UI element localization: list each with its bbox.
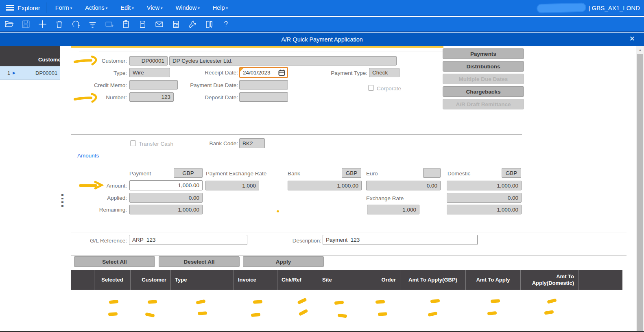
receipt-date-label: Receipt Date: bbox=[183, 70, 238, 76]
corporate-label: Corporate bbox=[377, 85, 401, 92]
deposit-date-field bbox=[239, 92, 288, 102]
receipt-date-field[interactable]: 24/01/2023 bbox=[239, 67, 288, 78]
bank-code-label: Bank Code: bbox=[183, 140, 238, 146]
multiple-due-dates-button: Multiple Due Dates bbox=[443, 74, 524, 84]
chevron-down-icon: ▾ bbox=[198, 6, 200, 10]
activities-icon[interactable] bbox=[171, 19, 181, 29]
row-number-cell[interactable]: 1▶ bbox=[0, 66, 23, 79]
marker-dash bbox=[378, 312, 388, 316]
applied-payment-field: 0.00 bbox=[129, 193, 203, 203]
window-title-bar: A/R Quick Payment Application ✕ bbox=[0, 33, 644, 46]
open-folder-icon[interactable] bbox=[4, 19, 14, 29]
credit-memo-field bbox=[129, 80, 178, 90]
menu-window[interactable]: Window▾ bbox=[169, 4, 206, 11]
corporate-checkbox[interactable] bbox=[368, 85, 374, 91]
payment-column-label: Payment bbox=[129, 170, 151, 177]
scroll-up-icon[interactable]: ▲ bbox=[636, 46, 644, 54]
pane-splitter-handle[interactable] bbox=[61, 194, 63, 209]
apply-button[interactable]: Apply bbox=[243, 256, 324, 267]
modified-corner-marker bbox=[240, 68, 244, 72]
divider bbox=[71, 163, 522, 163]
details-icon[interactable] bbox=[138, 19, 147, 29]
documentation-icon[interactable] bbox=[204, 19, 214, 29]
amounts-section-link[interactable]: Amounts bbox=[77, 153, 99, 159]
domestic-column-label: Domestic bbox=[448, 170, 470, 177]
euro-currency-badge bbox=[423, 168, 441, 178]
mail-icon[interactable] bbox=[154, 19, 164, 29]
divider bbox=[71, 255, 627, 256]
menu-help[interactable]: Help▾ bbox=[206, 4, 234, 11]
select-all-button[interactable]: Select All bbox=[74, 256, 155, 267]
menu-form[interactable]: Form▾ bbox=[49, 4, 79, 11]
calendar-icon[interactable] bbox=[278, 69, 285, 76]
explorer-menu[interactable]: Explorer bbox=[0, 2, 46, 13]
euro-exchange-rate-field: 1.000 bbox=[367, 205, 419, 214]
customer-number-field: DP00001 bbox=[129, 56, 168, 66]
new-window-icon bbox=[104, 19, 114, 29]
marker-dash bbox=[491, 299, 500, 303]
redacted-username bbox=[537, 3, 585, 12]
description-input[interactable] bbox=[323, 235, 478, 245]
marker-dash bbox=[108, 312, 118, 316]
environment-label: | GBS_AX1_LOND bbox=[589, 4, 640, 11]
chevron-down-icon: ▾ bbox=[161, 6, 163, 10]
marker-dash bbox=[198, 311, 207, 315]
domestic-amount-field: 1,000.00 bbox=[447, 181, 522, 190]
column-header-blank bbox=[71, 270, 94, 290]
save-icon bbox=[21, 19, 31, 29]
close-icon[interactable]: ✕ bbox=[629, 35, 635, 43]
refresh-icon[interactable] bbox=[71, 19, 81, 29]
grid-row-1[interactable]: 1▶ DP00001 bbox=[0, 66, 60, 80]
gl-reference-input[interactable] bbox=[129, 235, 247, 245]
column-header-amt-to-apply[interactable]: Amt To Apply bbox=[466, 270, 521, 290]
column-header-amt-to-apply-domestic[interactable]: Amt To Apply(Domestic) bbox=[521, 270, 579, 290]
grid-customer-header[interactable]: Customer bbox=[23, 46, 60, 66]
chevron-down-icon: ▾ bbox=[106, 6, 108, 10]
row-customer-cell[interactable]: DP00001 bbox=[23, 66, 60, 79]
column-header-invoice[interactable]: Invoice bbox=[234, 270, 277, 290]
payments-button[interactable]: Payments bbox=[443, 48, 524, 59]
vertical-scrollbar[interactable]: ▲ bbox=[636, 46, 644, 332]
remaining-payment-field: 1,000.00 bbox=[129, 205, 203, 214]
menu-actions[interactable]: Actions▾ bbox=[79, 4, 114, 11]
marker-dash bbox=[109, 300, 119, 304]
type-field: Wire bbox=[129, 68, 170, 77]
current-row-icon: ▶ bbox=[13, 71, 15, 75]
payment-currency-badge: GBP bbox=[174, 168, 203, 178]
column-header-amt-to-apply-gbp[interactable]: Amt To Apply(GBP) bbox=[400, 270, 466, 290]
settings-wrench-icon[interactable] bbox=[188, 19, 197, 29]
delete-icon[interactable] bbox=[54, 19, 64, 29]
type-label: Type: bbox=[73, 70, 127, 76]
euro-column-label: Euro bbox=[366, 170, 378, 177]
new-record-icon[interactable] bbox=[37, 19, 47, 29]
grid-corner-cell bbox=[0, 46, 23, 66]
payment-due-date-label: Payment Due Date: bbox=[175, 82, 238, 88]
column-header-chkref[interactable]: Chk/Ref bbox=[277, 270, 318, 290]
chargebacks-button[interactable]: Chargebacks bbox=[443, 86, 524, 97]
amount-payment-input[interactable] bbox=[129, 180, 203, 190]
chevron-down-icon: ▾ bbox=[132, 6, 134, 10]
filter-icon[interactable] bbox=[87, 19, 97, 29]
notes-icon[interactable] bbox=[121, 19, 131, 29]
column-header-selected[interactable]: Selected bbox=[94, 270, 131, 290]
deselect-all-button[interactable]: Deselect All bbox=[159, 256, 240, 267]
distributions-button[interactable]: Distributions bbox=[443, 61, 524, 72]
transfer-cash-checkbox[interactable] bbox=[130, 140, 136, 146]
marker-dash bbox=[428, 312, 437, 317]
euro-amount-field: 0.00 bbox=[366, 181, 441, 190]
marker-dash bbox=[487, 311, 497, 315]
payment-due-date-field bbox=[239, 80, 288, 90]
column-header-type[interactable]: Type bbox=[171, 270, 234, 290]
payment-type-label: Payment Type: bbox=[313, 70, 367, 76]
menu-view[interactable]: View▾ bbox=[140, 4, 169, 11]
column-header-order[interactable]: Order bbox=[355, 270, 400, 290]
scrollbar-thumb[interactable] bbox=[637, 54, 643, 332]
marker-dash bbox=[253, 300, 263, 304]
marker-dot bbox=[277, 210, 279, 212]
marker-dash bbox=[338, 313, 347, 318]
menu-edit[interactable]: Edit▾ bbox=[114, 4, 140, 11]
help-icon[interactable] bbox=[221, 19, 231, 29]
deposit-date-label: Deposit Date: bbox=[183, 94, 238, 100]
column-header-site[interactable]: Site bbox=[318, 270, 355, 290]
column-header-customer[interactable]: Customer bbox=[131, 270, 171, 290]
